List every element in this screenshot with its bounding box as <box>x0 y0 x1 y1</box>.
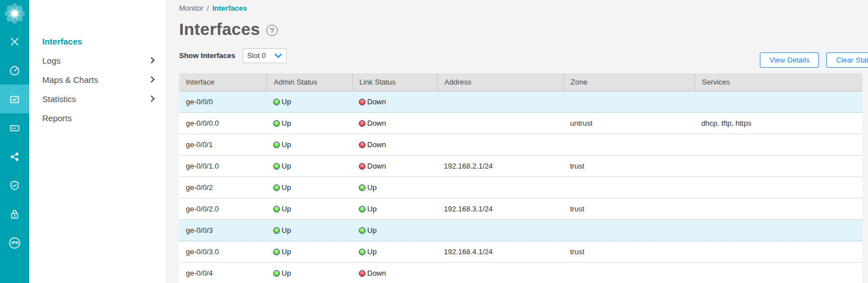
security-shield-icon[interactable] <box>0 171 29 200</box>
admin-status-icon <box>273 163 280 170</box>
link-status-icon <box>359 184 366 191</box>
monitor-icon[interactable] <box>0 85 29 113</box>
link-status-cell: Up <box>352 241 437 262</box>
table-row[interactable]: ge-0/0/1 Up Down <box>179 134 862 156</box>
sidebar-item-statistics[interactable]: Statistics <box>29 89 166 108</box>
interface-cell: ge-0/0/4 <box>179 263 266 283</box>
page-title: Interfaces <box>179 20 260 39</box>
address-cell <box>437 91 563 112</box>
sidebar-item-logs[interactable]: Logs <box>29 51 166 70</box>
link-status-icon <box>359 163 366 170</box>
interface-cell: ge-0/0/1 <box>179 134 266 155</box>
table-row[interactable]: ge-0/0/1.0 Up Down 192.168.2.1/24 trust <box>179 156 862 177</box>
column-header-admin-status[interactable]: Admin Status <box>266 73 352 91</box>
admin-status-cell: Up <box>266 177 352 198</box>
zone-cell <box>563 263 695 283</box>
link-status-cell: Down <box>352 156 437 176</box>
zone-cell <box>563 220 695 241</box>
admin-status-cell: Up <box>266 134 352 155</box>
sidebar-item-label: Maps & Charts <box>42 75 98 85</box>
sidebar-item-label: Interfaces <box>42 37 82 46</box>
services-cell <box>695 134 862 155</box>
link-status-icon <box>359 120 366 127</box>
chevron-down-icon <box>274 53 282 59</box>
sidebar-item-interfaces[interactable]: Interfaces <box>29 32 166 51</box>
admin-status-cell: Up <box>266 263 352 283</box>
help-icon[interactable]: ? <box>266 25 278 36</box>
link-status-cell: Down <box>352 263 437 283</box>
admin-status-cell: Up <box>266 241 352 262</box>
table-row[interactable]: ge-0/0/0 Up Down <box>179 91 862 113</box>
admin-status-cell: Up <box>266 156 352 176</box>
column-header-interface[interactable]: Interface <box>179 73 266 91</box>
table-body: ge-0/0/0 Up Down ge-0/0/0.0 Up Down untr… <box>179 91 862 283</box>
breadcrumb-current: Interfaces <box>212 4 247 12</box>
interfaces-table: Interface Admin Status Link Status Addre… <box>179 73 862 283</box>
interface-cell: ge-0/0/2 <box>179 177 266 198</box>
column-header-address[interactable]: Address <box>437 73 563 91</box>
column-header-zone[interactable]: Zone <box>563 73 695 91</box>
zone-cell: trust <box>563 156 695 176</box>
link-status-icon <box>359 249 366 255</box>
sidebar-item-reports[interactable]: Reports <box>29 108 166 127</box>
column-header-services[interactable]: Services <box>695 73 862 91</box>
vpn-icon[interactable]: VPN <box>0 228 29 257</box>
address-cell: 192.168.3.1/24 <box>437 198 563 219</box>
lock-icon[interactable] <box>0 200 29 228</box>
admin-status-cell: Up <box>266 113 352 134</box>
table-row[interactable]: ge-0/0/4 Up Down <box>179 263 862 283</box>
table-row[interactable]: ge-0/0/3 Up Up <box>179 220 862 241</box>
admin-status-icon <box>273 270 280 277</box>
action-buttons: View Details Clear Statistics <box>760 52 868 68</box>
address-cell: 192.168.2.1/24 <box>437 156 563 176</box>
sidebar-item-label: Statistics <box>42 94 76 104</box>
slot-select[interactable]: Slot 0 <box>243 48 287 63</box>
services-cell: dhcp, tftp, https <box>695 113 862 134</box>
services-cell <box>695 156 862 176</box>
interface-cell: ge-0/0/0 <box>179 91 266 112</box>
chevron-right-icon <box>148 76 154 82</box>
admin-status-cell: Up <box>266 198 352 219</box>
network-share-icon[interactable] <box>0 142 29 171</box>
admin-status-icon <box>273 206 280 213</box>
link-status-cell: Down <box>352 113 437 134</box>
zone-cell <box>563 177 695 198</box>
services-cell <box>695 91 862 112</box>
chevron-right-icon <box>148 95 154 101</box>
icon-rail: VPN <box>0 0 29 283</box>
link-status-icon <box>359 99 366 105</box>
address-cell <box>437 220 563 241</box>
close-icon[interactable] <box>0 27 29 56</box>
zone-cell <box>563 134 695 155</box>
breadcrumb: Monitor/Interfaces <box>179 0 868 12</box>
slot-select-value: Slot 0 <box>247 51 266 60</box>
column-header-link-status[interactable]: Link Status <box>352 73 437 91</box>
admin-status-icon <box>273 184 280 191</box>
admin-status-icon <box>273 120 280 127</box>
link-status-icon <box>359 142 366 148</box>
dashboard-icon[interactable] <box>0 56 29 85</box>
sidebar-item-maps-charts[interactable]: Maps & Charts <box>29 70 166 89</box>
services-cell <box>695 241 862 262</box>
zone-cell: trust <box>563 241 695 262</box>
address-cell <box>437 263 563 283</box>
address-cell <box>437 177 563 198</box>
table-row[interactable]: ge-0/0/3.0 Up Up 192.168.4.1/24 trust <box>179 241 862 263</box>
interface-cell: ge-0/0/3 <box>179 220 266 241</box>
table-row[interactable]: ge-0/0/0.0 Up Down untrust dhcp, tftp, h… <box>179 113 862 134</box>
table-row[interactable]: ge-0/0/2.0 Up Up 192.168.3.1/24 trust <box>179 198 862 220</box>
address-cell <box>437 113 563 134</box>
admin-status-cell: Up <box>266 91 352 112</box>
clear-statistics-button[interactable]: Clear Statistics <box>826 52 868 68</box>
breadcrumb-section[interactable]: Monitor <box>179 4 203 12</box>
juniper-logo-icon <box>0 0 29 27</box>
view-details-button[interactable]: View Details <box>760 52 819 68</box>
table-row[interactable]: ge-0/0/2 Up Up <box>179 177 862 198</box>
services-cell <box>695 198 862 219</box>
chevron-right-icon <box>148 57 154 63</box>
zone-cell <box>563 91 695 112</box>
link-status-icon <box>359 270 366 277</box>
admin-status-icon <box>273 99 280 105</box>
link-status-cell: Up <box>352 177 437 198</box>
console-icon[interactable] <box>0 113 29 142</box>
